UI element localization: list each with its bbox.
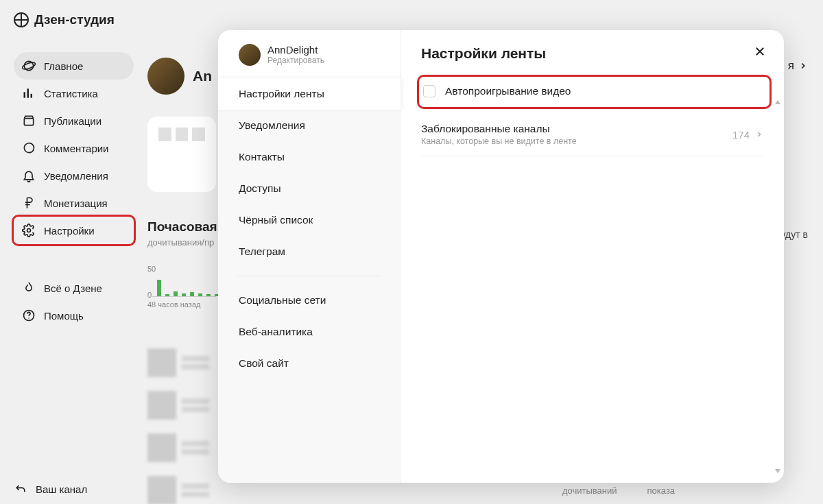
modal-tab-feed-settings[interactable]: Настройки ленты (218, 78, 401, 110)
modal-tab-notifications[interactable]: Уведомления (218, 110, 400, 141)
close-button[interactable] (752, 44, 767, 59)
modal-profile-edit[interactable]: Редактировать (267, 56, 324, 65)
modal-profile[interactable]: AnnDelight Редактировать (218, 40, 400, 78)
modal-tab-blacklist[interactable]: Чёрный список (218, 204, 400, 236)
modal-profile-name: AnnDelight (267, 45, 324, 56)
avatar (239, 44, 261, 66)
modal-title: Настройки ленты (421, 45, 763, 62)
settings-modal: AnnDelight Редактировать Настройки ленты… (218, 30, 784, 483)
setting-autoplay-video[interactable]: Автопроигрывание видео (423, 85, 761, 97)
chevron-right-icon (755, 130, 763, 139)
modal-tab-web-analytics[interactable]: Веб-аналитика (218, 316, 400, 348)
modal-tab-contacts[interactable]: Контакты (218, 141, 400, 173)
modal-tab-telegram[interactable]: Телеграм (218, 236, 400, 267)
autoplay-checkbox[interactable] (423, 85, 436, 97)
modal-tab-social[interactable]: Социальные сети (218, 285, 400, 316)
modal-tab-access[interactable]: Доступы (218, 173, 400, 204)
modal-sidebar: AnnDelight Редактировать Настройки ленты… (218, 30, 401, 483)
modal-content: Настройки ленты Автопроигрывание видео З… (401, 30, 784, 483)
setting-blocked-channels[interactable]: Заблокированные каналы Каналы, которые в… (421, 115, 763, 156)
blocked-channels-subtitle: Каналы, которые вы не видите в ленте (421, 136, 577, 146)
blocked-channels-title: Заблокированные каналы (421, 123, 577, 135)
close-icon (754, 45, 766, 58)
highlight-autoplay-row: Автопроигрывание видео (417, 75, 772, 109)
modal-overlay: AnnDelight Редактировать Настройки ленты… (0, 0, 823, 504)
modal-tab-own-site[interactable]: Свой сайт (218, 348, 400, 379)
modal-scrollbar[interactable] (774, 99, 781, 475)
blocked-channels-count: 174 (732, 129, 750, 141)
divider (237, 276, 381, 276)
autoplay-label: Автопроигрывание видео (445, 85, 571, 97)
